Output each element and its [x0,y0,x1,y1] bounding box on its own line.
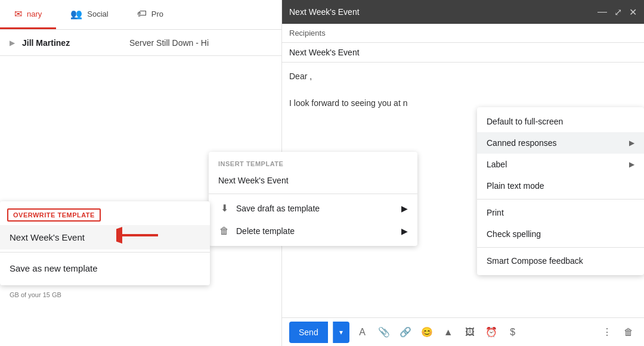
people-icon: 👥 [70,8,82,20]
drive-icon[interactable]: ▲ [440,324,457,341]
template-menu-divider [209,194,417,194]
overwrite-item-label: Next Week's Event [10,232,85,242]
inbox-icon: ✉ [14,8,22,20]
row-arrow-icon: ▶ [10,39,15,47]
tab-primary-label: nary [27,10,42,18]
right-context-menu: Default to full-screen Canned responses … [477,107,644,275]
menu-item-compose-feedback[interactable]: Smart Compose feedback [477,250,644,272]
compose-title-actions: — ⤢ ✕ [597,7,637,18]
photo-icon[interactable]: 🖼 [462,324,478,341]
menu-item-plaintext[interactable]: Plain text mode [477,175,644,197]
minimize-button[interactable]: — [597,7,607,17]
delete-icon[interactable]: 🗑 [620,324,637,341]
save-new-template-label: Save as new template [10,263,98,273]
template-item-next-week[interactable]: Next Week's Event [209,170,417,191]
delete-template-label: Delete template [236,226,295,236]
overwrite-divider [0,252,210,253]
label-arrow-icon: ▶ [629,160,634,169]
send-button[interactable]: Send [289,322,328,343]
compose-title: Next Week's Event [289,7,360,17]
greeting-text: Dear , [289,70,637,83]
delete-template-item[interactable]: 🗑 Delete template ▶ [209,220,417,242]
menu-feedback-label: Smart Compose feedback [487,256,583,266]
canned-arrow-icon: ▶ [629,139,634,147]
storage-bar: GB of your 15 GB [10,291,61,298]
dollar-icon[interactable]: $ [504,324,521,341]
delete-template-arrow-icon: ▶ [401,226,408,236]
sender-name: Jill Martinez [22,38,129,48]
overwrite-template-menu: OVERWRITE TEMPLATE Next Week's Event Sav… [0,201,210,285]
recipients-label: Recipients [289,29,326,38]
template-name-label: Next Week's Event [218,176,289,185]
menu-item-spelling[interactable]: Check spelling [477,223,644,245]
menu-item-fullscreen[interactable]: Default to full-screen [477,111,644,132]
email-subject: Server Still Down - Hi [129,38,209,48]
insert-template-menu: INSERT TEMPLATE Next Week's Event ⬇ Save… [209,152,417,246]
recipients-field[interactable]: Recipients [282,24,644,43]
overwrite-badge: OVERWRITE TEMPLATE [7,208,101,222]
emoji-icon[interactable]: 😊 [419,324,435,341]
save-new-template-item[interactable]: Save as new template [0,255,210,282]
tag-icon: 🏷 [137,8,147,19]
menu-divider-1 [477,199,644,200]
tab-primary[interactable]: ✉ nary [0,0,56,29]
format-text-icon[interactable]: A [354,324,371,341]
overwrite-item-next-week[interactable]: Next Week's Event [0,225,210,250]
storage-text: GB of your 15 GB [10,291,61,298]
tab-promo-label: Pro [151,10,163,18]
menu-plaintext-label: Plain text mode [487,181,544,191]
red-arrow-indicator [116,223,164,250]
tab-social[interactable]: 👥 Social [56,0,122,29]
menu-item-print[interactable]: Print [477,202,644,223]
insert-template-section-label: INSERT TEMPLATE [209,155,417,170]
resize-button[interactable]: ⤢ [614,7,622,18]
subject-field[interactable]: Next Week's Event [282,43,644,63]
link-icon[interactable]: 🔗 [397,324,414,341]
save-draft-label: Save draft as template [236,204,320,213]
subject-text: Next Week's Event [289,48,360,57]
delete-template-icon: 🗑 [218,226,230,236]
save-draft-template-item[interactable]: ⬇ Save draft as template ▶ [209,197,417,220]
compose-toolbar: Send ▾ A 📎 🔗 😊 ▲ 🖼 ⏰ $ ⋮ 🗑 [282,317,644,346]
tab-social-label: Social [87,10,108,18]
menu-canned-label: Canned responses [487,138,557,148]
menu-divider-2 [477,247,644,248]
attach-icon[interactable]: 📎 [376,324,392,341]
menu-label-label: Label [487,160,507,169]
menu-item-label[interactable]: Label ▶ [477,154,644,175]
menu-fullscreen-label: Default to full-screen [487,117,563,126]
tab-promo[interactable]: 🏷 Pro [123,0,178,29]
menu-item-canned[interactable]: Canned responses ▶ [477,132,644,154]
menu-print-label: Print [487,208,504,217]
close-button[interactable]: ✕ [629,7,637,18]
compose-titlebar: Next Week's Event — ⤢ ✕ [282,0,644,24]
menu-spelling-label: Check spelling [487,229,541,239]
save-draft-icon: ⬇ [218,202,230,214]
send-arrow-button[interactable]: ▾ [333,322,349,343]
save-draft-left: ⬇ Save draft as template [218,202,320,214]
save-draft-arrow-icon: ▶ [401,204,408,213]
more-options-icon[interactable]: ⋮ [599,324,615,341]
schedule-icon[interactable]: ⏰ [483,324,500,341]
delete-template-left: 🗑 Delete template [218,226,295,236]
overwrite-section-header: OVERWRITE TEMPLATE [0,205,210,225]
